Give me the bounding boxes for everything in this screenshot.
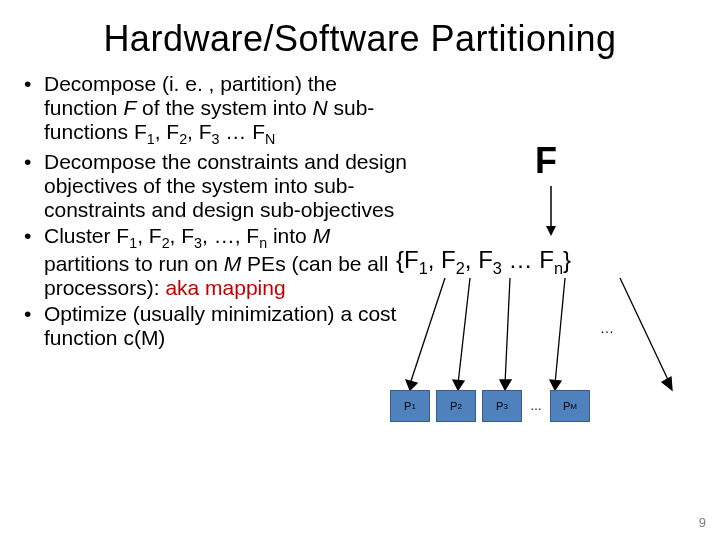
partition-box-2: P2 [436,390,476,422]
page-number: 9 [699,515,706,530]
bullet-1: Decompose (i. e. , partition) the functi… [20,72,408,148]
svg-marker-5 [453,380,464,390]
svg-line-4 [458,278,470,384]
bullet-3: Cluster F1, F2, F3, …, Fn into M partiti… [20,224,408,300]
slide-title: Hardware/Software Partitioning [20,18,700,60]
diagram: F {F1, F2, F3 … Fn} … P1 [390,128,720,468]
bullet-4: Optimize (usually minimization) a cost f… [20,302,408,350]
arrow-down-icon [543,186,559,236]
partition-box-1: P1 [390,390,430,422]
svg-marker-3 [406,380,417,390]
svg-line-6 [505,278,510,384]
svg-line-8 [555,278,565,384]
partition-boxes: P1 P2 P3 … PM [390,390,590,422]
diagram-mid-ellipsis: … [600,320,614,336]
svg-line-2 [410,278,445,384]
svg-marker-9 [550,380,561,390]
slide: Hardware/Software Partitioning Decompose… [0,0,720,540]
bullet-2: Decompose the constraints and design obj… [20,150,408,222]
svg-marker-1 [546,226,556,236]
bullet-list: Decompose (i. e. , partition) the functi… [20,72,408,352]
svg-marker-11 [662,377,672,390]
svg-line-10 [620,278,670,384]
svg-marker-7 [500,380,511,390]
diagram-F: F [535,140,557,182]
partition-box-M: PM [550,390,590,422]
diagram-function-set: {F1, F2, F3 … Fn} [396,246,571,278]
partition-box-3: P3 [482,390,522,422]
partition-ellipsis: … [528,399,544,413]
